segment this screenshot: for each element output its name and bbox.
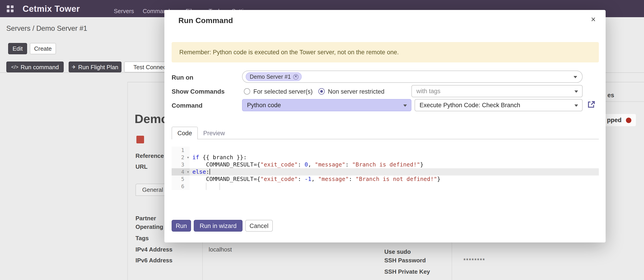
- line-number: 3: [172, 161, 190, 168]
- field-label-ipv4: IPv4 Address: [136, 246, 172, 253]
- code-text: if {{ branch }}:: [190, 154, 599, 161]
- field-label-ssh-private-key: SSH Private Key: [384, 268, 430, 275]
- screen: Cetmix Tower Servers Commands Files Tool…: [0, 0, 644, 280]
- run-on-multiselect[interactable]: Demo Server #1 ✕: [242, 71, 582, 83]
- app-brand[interactable]: Cetmix Tower: [22, 4, 80, 14]
- indent-guide: [220, 183, 220, 190]
- code-line-5[interactable]: 5 COMMAND_RESULT={"exit_code": -1, "mess…: [172, 176, 599, 183]
- fold-caret-icon[interactable]: ▾: [187, 154, 189, 161]
- field-label-operating: Operating: [136, 223, 163, 230]
- tabs-border: [172, 139, 599, 139]
- breadcrumb-current: Demo Server #1: [36, 25, 88, 32]
- external-link-icon[interactable]: [587, 100, 595, 108]
- edit-button[interactable]: Edit: [8, 43, 27, 54]
- tag-remove-icon[interactable]: ✕: [293, 74, 298, 79]
- code-line-4[interactable]: 4▾else:: [172, 168, 599, 176]
- radio-non-server-restricted[interactable]: [318, 88, 325, 94]
- code-text: COMMAND_RESULT={"exit_code": 0, "message…: [190, 161, 599, 168]
- field-label-url: URL: [136, 163, 148, 170]
- breadcrumb-separator: /: [30, 25, 36, 32]
- with-tags-select[interactable]: with tags: [412, 85, 582, 97]
- line-number: 2▾: [172, 154, 190, 161]
- create-button[interactable]: Create: [30, 43, 56, 54]
- radio-label-for-selected-servers[interactable]: For selected server(s): [253, 88, 313, 95]
- run-flight-plan-button[interactable]: ✈ Run Flight Plan: [69, 62, 122, 72]
- code-brackets-icon: </>: [11, 64, 18, 70]
- code-text: [190, 147, 599, 154]
- radio-label-non-server-restricted[interactable]: Non server restricted: [328, 88, 384, 95]
- field-label-tags: Tags: [136, 235, 149, 241]
- code-line-1[interactable]: 1: [172, 147, 599, 154]
- code-editor[interactable]: 12▾if {{ branch }}:3 COMMAND_RESULT={"ex…: [172, 147, 599, 190]
- show-commands-label: Show Commands: [172, 88, 225, 95]
- radio-for-selected-servers[interactable]: [244, 88, 250, 94]
- run-in-wizard-button[interactable]: Run in wizard: [194, 220, 242, 232]
- nav-item-servers[interactable]: Servers: [114, 8, 134, 15]
- line-number: 6: [172, 183, 190, 190]
- breadcrumb-servers-link[interactable]: Servers: [6, 25, 30, 32]
- field-label-ssh-password: SSH Password: [384, 257, 426, 264]
- sheet-left-border: [127, 82, 128, 280]
- indent-guide: [206, 183, 206, 190]
- warning-alert: Remember: Python code is executed on the…: [172, 42, 599, 62]
- flight-plan-icon: ✈: [72, 64, 76, 70]
- right-header-border: [606, 101, 644, 102]
- cancel-button[interactable]: Cancel: [245, 220, 273, 232]
- code-line-3[interactable]: 3 COMMAND_RESULT={"exit_code": 0, "messa…: [172, 161, 599, 168]
- command-type-select[interactable]: Python code: [242, 99, 412, 111]
- line-number: 4▾: [172, 168, 190, 176]
- code-line-6[interactable]: 6: [172, 183, 599, 190]
- right-header-partial-text: es: [608, 92, 614, 99]
- tab-preview[interactable]: Preview: [203, 130, 225, 136]
- close-icon[interactable]: ×: [591, 15, 596, 25]
- field-label-ipv6: IPv6 Address: [136, 257, 172, 264]
- field-label-use-sudo: Use sudo: [384, 248, 411, 255]
- line-number: 5: [172, 176, 190, 183]
- code-text: COMMAND_RESULT={"exit_code": -1, "messag…: [190, 176, 599, 183]
- apps-menu-icon[interactable]: [7, 6, 14, 12]
- status-partial-text: pped: [607, 117, 622, 123]
- field-value-ssh-password[interactable]: ********: [463, 257, 485, 264]
- command-label: Command: [172, 102, 202, 109]
- code-line-2[interactable]: 2▾if {{ branch }}:: [172, 154, 599, 161]
- command-select[interactable]: Execute Python Code: Check Branch: [414, 99, 582, 111]
- code-text: [190, 183, 599, 190]
- field-label-partner: Partner: [136, 215, 156, 222]
- modal-title: Run Command: [178, 16, 233, 25]
- run-on-label: Run on: [172, 74, 193, 81]
- field-label-reference: Reference: [136, 153, 164, 159]
- code-text: else:: [190, 168, 599, 176]
- field-value-ipv4[interactable]: localhost: [209, 246, 232, 253]
- text-cursor: [209, 169, 210, 175]
- run-command-modal: Run Command × Remember: Python code is e…: [164, 10, 606, 242]
- line-number: 1: [172, 147, 190, 154]
- tab-code[interactable]: Code: [172, 127, 198, 139]
- server-page-title: Demo: [134, 112, 168, 126]
- fold-caret-icon[interactable]: ▾: [187, 168, 189, 176]
- run-button[interactable]: Run: [172, 220, 191, 232]
- breadcrumb: Servers / Demo Server #1: [6, 25, 87, 33]
- run-command-button[interactable]: </> Run command: [6, 62, 64, 72]
- server-color-swatch[interactable]: [136, 136, 144, 144]
- server-tag[interactable]: Demo Server #1 ✕: [246, 72, 302, 81]
- status-stopped-dot-icon: [626, 118, 631, 123]
